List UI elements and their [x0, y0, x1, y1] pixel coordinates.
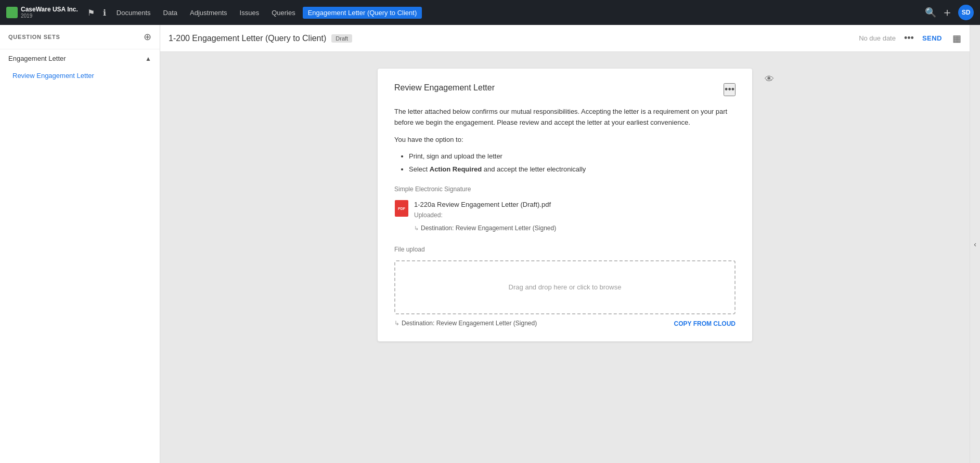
card-more-options-button[interactable]: •••	[724, 83, 736, 96]
toolbar: 1-200 Engagement Letter (Query to Client…	[160, 25, 970, 52]
nav-queries[interactable]: Queries	[266, 7, 301, 19]
topnav: CaseWare USA Inc. 2019 ⚑ ℹ Documents Dat…	[0, 0, 980, 25]
page-title: 1-200 Engagement Letter (Query to Client…	[169, 34, 326, 43]
file-upload-dest-left: ↳ Destination: Review Engagement Letter …	[394, 319, 537, 328]
card-option-1: Print, sign and upload the letter	[409, 151, 736, 162]
pdf-info: 1-220a Review Engagement Letter (Draft).…	[414, 200, 551, 220]
logo-text: CaseWare USA Inc. 2019	[21, 6, 78, 19]
file-upload-dest-row: ↳ Destination: Review Engagement Letter …	[394, 319, 736, 328]
chevron-left-icon: ‹	[974, 240, 976, 248]
right-panel-collapse[interactable]: ‹	[970, 25, 980, 463]
file-destination-text: Destination: Review Engagement Letter (S…	[402, 319, 537, 328]
pdf-icon-shape	[395, 200, 408, 217]
nav-data[interactable]: Data	[158, 7, 183, 19]
grid-view-icon[interactable]: ▦	[952, 33, 961, 44]
card-body: The letter attached below confirms our m…	[394, 107, 736, 329]
layout: QUESTION SETS ⊕ Engagement Letter ▲ Revi…	[0, 25, 980, 463]
drag-drop-text: Drag and drop here or click to browse	[509, 283, 622, 291]
add-icon[interactable]: ＋	[942, 5, 953, 20]
nav-issues[interactable]: Issues	[235, 7, 265, 19]
nav-engagement-letter[interactable]: Engagement Letter (Query to Client)	[303, 7, 422, 19]
add-question-set-button[interactable]: ⊕	[144, 31, 151, 43]
search-icon[interactable]: 🔍	[925, 7, 936, 18]
status-badge: Draft	[331, 34, 352, 43]
flag-icon-button[interactable]: ⚑	[84, 6, 98, 20]
company-name: CaseWare USA Inc.	[21, 6, 78, 13]
signature-section-label: Simple Electronic Signature	[394, 184, 736, 194]
logo-box	[6, 7, 18, 18]
card-options-list: Print, sign and upload the letter Select…	[409, 151, 736, 175]
pdf-item: 1-220a Review Engagement Letter (Draft).…	[394, 200, 736, 220]
more-options-icon[interactable]: •••	[904, 33, 914, 44]
sidebar-section-title: QUESTION SETS	[8, 34, 60, 40]
file-upload-section-label: File upload	[394, 245, 736, 255]
topnav-right: 🔍 ＋ SD	[925, 5, 974, 20]
due-date: No due date	[859, 34, 896, 42]
sidebar-header: QUESTION SETS ⊕	[0, 25, 160, 49]
scroll-area: 👁 Review Engagement Letter ••• The lette…	[160, 52, 970, 463]
nav-documents[interactable]: Documents	[111, 7, 156, 19]
pdf-filename[interactable]: 1-220a Review Engagement Letter (Draft).…	[414, 200, 551, 210]
card-header: Review Engagement Letter •••	[394, 83, 736, 96]
review-engagement-letter-card: Review Engagement Letter ••• The letter …	[378, 69, 752, 341]
pdf-uploaded-label: Uploaded:	[414, 210, 551, 220]
pdf-dest-arrow-icon: ↳	[414, 224, 419, 233]
app-logo: CaseWare USA Inc. 2019	[6, 6, 78, 19]
card-paragraph-1: The letter attached below confirms our m…	[394, 107, 736, 128]
action-required-label: Action Required	[430, 165, 482, 173]
pdf-destination-text: Destination: Review Engagement Letter (S…	[421, 223, 556, 233]
send-button[interactable]: SEND	[922, 34, 942, 42]
card-options-intro: You have the option to:	[394, 135, 736, 145]
info-icon-button[interactable]: ℹ	[100, 6, 109, 20]
chevron-up-icon: ▲	[145, 55, 151, 62]
file-upload-dropzone[interactable]: Drag and drop here or click to browse	[394, 260, 736, 315]
main-content: 1-200 Engagement Letter (Query to Client…	[160, 25, 970, 463]
pdf-icon	[394, 200, 409, 217]
company-year: 2019	[21, 13, 78, 19]
eye-icon-button[interactable]: 👁	[765, 74, 774, 85]
pdf-destination: ↳ Destination: Review Engagement Letter …	[414, 223, 736, 233]
copy-from-cloud-button[interactable]: COPY FROM CLOUD	[674, 320, 736, 327]
card-option-2: Select Action Required and accept the le…	[409, 164, 736, 175]
card-title: Review Engagement Letter	[394, 83, 495, 92]
sidebar-item-review-engagement-letter[interactable]: Review Engagement Letter	[0, 68, 160, 84]
sidebar: QUESTION SETS ⊕ Engagement Letter ▲ Revi…	[0, 25, 160, 463]
sidebar-group-label: Engagement Letter	[8, 55, 66, 62]
sidebar-group-engagement-letter[interactable]: Engagement Letter ▲	[0, 49, 160, 68]
user-avatar[interactable]: SD	[958, 5, 974, 20]
nav-adjustments[interactable]: Adjustments	[185, 7, 233, 19]
file-dest-arrow-icon: ↳	[394, 319, 399, 328]
